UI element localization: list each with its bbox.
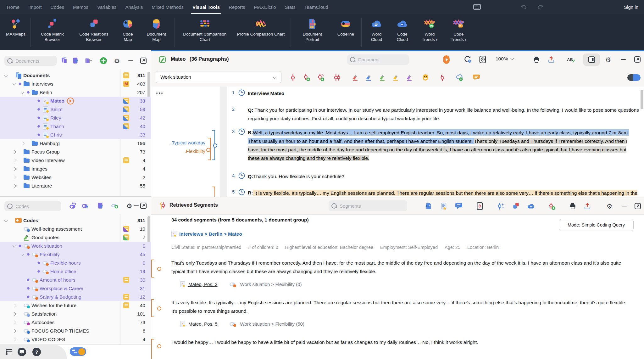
code-row-amount-of-hours[interactable]: Amount of hours 30 bbox=[0, 276, 151, 284]
segment-position-link[interactable]: Mateo, Pos. 3 bbox=[188, 282, 218, 287]
code-cloud-add-icon[interactable] bbox=[455, 73, 464, 82]
document-minimize-icon[interactable] bbox=[619, 55, 627, 64]
code-row-codes-root[interactable]: Codes 811 bbox=[0, 216, 151, 225]
export-icon[interactable] bbox=[583, 202, 592, 210]
highlight-purple-icon[interactable] bbox=[405, 73, 414, 82]
segment-coding-handle[interactable] bbox=[157, 344, 161, 348]
doc-row-interviews[interactable]: Interviews 403 bbox=[0, 80, 151, 88]
chevron-right-icon[interactable] bbox=[11, 335, 18, 344]
doc-row-chris[interactable]: Chris 33 bbox=[0, 131, 151, 139]
documents-settings-gear-icon[interactable]: ⚙ bbox=[113, 57, 121, 65]
timestamp-icon[interactable] bbox=[238, 128, 245, 136]
documents-minimize-icon[interactable] bbox=[126, 57, 135, 65]
paragraph-5[interactable]: 5 R: It is very flexible. It's typically… bbox=[227, 188, 639, 197]
sign-in-link[interactable]: Sign in bbox=[624, 0, 638, 14]
sync-mode-icon[interactable] bbox=[464, 55, 472, 64]
chevron-down-icon[interactable] bbox=[11, 80, 18, 88]
chevron-right-icon[interactable] bbox=[11, 182, 18, 190]
margin-display-toggle[interactable] bbox=[627, 74, 641, 81]
paragraph-3[interactable]: 3 R:Well, a typical workday in my life. … bbox=[227, 128, 639, 162]
keyboard-icon[interactable] bbox=[473, 4, 481, 11]
code-row-wishes-future[interactable]: Wishes for the future 40 bbox=[0, 301, 151, 310]
new-code-icon[interactable] bbox=[111, 202, 119, 210]
segment-position-link[interactable]: Mateo, Pos. 5 bbox=[188, 321, 218, 327]
timestamp-icon[interactable] bbox=[238, 89, 245, 97]
sidebar-toggle-button[interactable] bbox=[583, 53, 600, 66]
menu-teamcloud[interactable]: TeamCloud bbox=[300, 0, 333, 14]
documents-search-input[interactable] bbox=[15, 58, 54, 64]
ribbon-word-cloud[interactable]: Word Cloud bbox=[364, 16, 389, 42]
ai-assist-icon[interactable] bbox=[496, 202, 505, 210]
coded-text[interactable]: It is very flexible. It's typically… my … bbox=[253, 190, 637, 196]
ribbon-maxmaps[interactable]: MAXMaps bbox=[3, 16, 28, 37]
doc-row-websites[interactable]: Websites 2 bbox=[0, 173, 151, 182]
summary-icon[interactable] bbox=[439, 202, 448, 210]
overview-of-segments-icon[interactable] bbox=[475, 202, 484, 210]
menu-reports[interactable]: Reports bbox=[224, 0, 250, 14]
segment-coding-stripe[interactable] bbox=[151, 260, 154, 278]
print-icon[interactable] bbox=[568, 202, 577, 210]
coded-segments-icon[interactable] bbox=[512, 202, 520, 210]
quick-settings-icon[interactable] bbox=[6, 349, 12, 355]
import-documents-icon[interactable] bbox=[60, 57, 69, 65]
chevron-right-icon[interactable] bbox=[11, 310, 18, 318]
doc-row-mateo[interactable]: Mateo 33 bbox=[0, 97, 151, 105]
doc-row-images[interactable]: Images 4 bbox=[0, 165, 151, 173]
doc-row-berlin[interactable]: Berlin 207 bbox=[0, 88, 151, 97]
play-document-media-icon[interactable] bbox=[442, 55, 450, 64]
chevron-right-icon[interactable] bbox=[19, 139, 26, 148]
filter-documents-icon[interactable] bbox=[72, 57, 80, 65]
chevron-right-icon[interactable] bbox=[11, 173, 18, 182]
theme-toggle[interactable] bbox=[70, 347, 86, 356]
chevron-down-icon[interactable] bbox=[19, 250, 26, 259]
document-search[interactable] bbox=[347, 54, 409, 65]
menu-analysis[interactable]: Analysis bbox=[121, 0, 147, 14]
segment-coding-stripe[interactable] bbox=[151, 299, 154, 317]
margin-code-label[interactable]: ..Typical workday bbox=[154, 140, 205, 145]
code-row-well-being[interactable]: Well-being assessment 10 bbox=[0, 225, 151, 233]
menu-import[interactable]: Import bbox=[24, 0, 46, 14]
margin-code-label[interactable]: ..Flexibility bbox=[154, 149, 205, 154]
ribbon-document-portrait[interactable]: Document Portrait bbox=[293, 16, 332, 42]
doc-row-documents-root[interactable]: Documents 811 bbox=[0, 71, 151, 80]
menu-stats[interactable]: Stats bbox=[280, 0, 300, 14]
ribbon-codeline[interactable]: Codeline bbox=[332, 16, 359, 37]
ribbon-profile-comparison-chart[interactable]: Profile Comparison Chart bbox=[233, 16, 289, 37]
insert-segments-icon[interactable] bbox=[424, 202, 433, 210]
edit-mode-icon[interactable] bbox=[158, 55, 166, 64]
segments-minimize-icon[interactable] bbox=[620, 202, 629, 210]
menu-maxdictio[interactable]: MAXDictio bbox=[250, 0, 280, 14]
menu-visual-tools[interactable]: Visual Tools bbox=[188, 0, 224, 14]
zoom-control[interactable]: 100% bbox=[496, 56, 513, 62]
coding-stripe-handle[interactable] bbox=[213, 143, 217, 148]
highlight-red-icon[interactable] bbox=[351, 73, 359, 82]
ribbon-document-map[interactable]: Document Map bbox=[140, 16, 173, 42]
document-scrollbar[interactable] bbox=[641, 90, 643, 109]
segment-coding-handle[interactable] bbox=[157, 267, 161, 271]
segment-code-path[interactable]: Work situation > Flexibility (50) bbox=[240, 321, 304, 327]
chevron-right-icon[interactable] bbox=[11, 301, 18, 310]
chevron-down-icon[interactable] bbox=[11, 242, 18, 250]
highlight-yellow-icon[interactable] bbox=[391, 73, 400, 82]
code-new-icon[interactable] bbox=[303, 73, 311, 82]
help-icon[interactable]: ? bbox=[32, 348, 41, 356]
codes-search[interactable] bbox=[4, 201, 61, 211]
emoticode-icon[interactable] bbox=[421, 73, 430, 82]
paragraph-4[interactable]: 4 Q:Thank you. How flexible is your sche… bbox=[227, 172, 639, 181]
activated-documents-icon[interactable] bbox=[84, 57, 92, 65]
code-row-video-codes[interactable]: VIDEO CODES 4 bbox=[0, 335, 151, 344]
doc-row-selim[interactable]: Selim 59 bbox=[0, 105, 151, 114]
add-document-icon[interactable] bbox=[99, 57, 108, 65]
print-icon[interactable] bbox=[532, 55, 541, 64]
ribbon-code-relations-browser[interactable]: Code Relations Browser bbox=[72, 16, 115, 42]
spellcheck-icon[interactable]: AB bbox=[567, 55, 575, 64]
undo-icon[interactable] bbox=[519, 4, 527, 11]
doc-row-hamburg[interactable]: Hamburg 196 bbox=[0, 139, 151, 148]
documents-open-window-icon[interactable] bbox=[139, 57, 147, 65]
menu-mixed-methods[interactable]: Mixed Methods bbox=[147, 0, 188, 14]
ribbon-code-trends[interactable]: Code Trends bbox=[444, 16, 473, 42]
chevron-right-icon[interactable] bbox=[11, 327, 18, 335]
segment-coding-stripe[interactable] bbox=[151, 339, 154, 359]
highlight-green-icon[interactable] bbox=[378, 73, 386, 82]
coding-stripe-handle[interactable] bbox=[206, 148, 210, 152]
